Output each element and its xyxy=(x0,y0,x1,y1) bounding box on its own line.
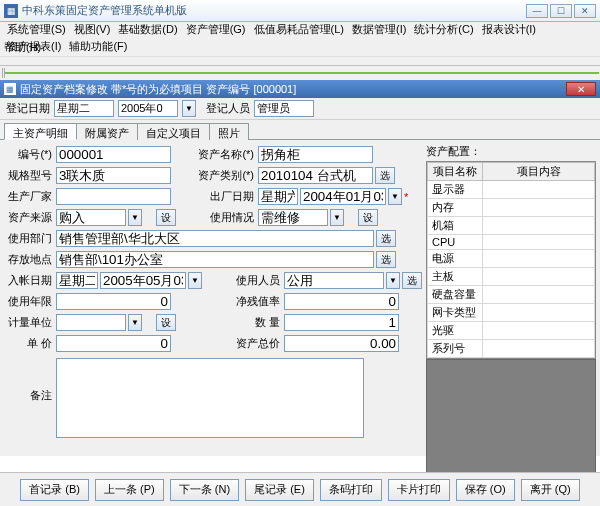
cfg-col1: 项目名称 xyxy=(428,163,483,181)
cfg-col2: 项目内容 xyxy=(483,163,595,181)
loc-sel-button[interactable]: 选 xyxy=(376,251,396,268)
outdate-star: * xyxy=(404,191,408,203)
years-input[interactable] xyxy=(56,293,171,310)
reg-weekday[interactable] xyxy=(54,100,114,117)
cfg-row[interactable]: 机箱 xyxy=(428,217,483,235)
use-input[interactable] xyxy=(258,209,328,226)
save-button[interactable]: 保存 (O) xyxy=(456,479,515,501)
menu-aux[interactable]: 辅助功能(F) xyxy=(66,39,130,54)
out-date[interactable] xyxy=(300,188,386,205)
unit-input[interactable] xyxy=(56,314,126,331)
menu-data[interactable]: 数据管理(I) xyxy=(349,22,409,37)
unit-label: 计量单位 xyxy=(4,315,54,330)
src-label: 资产来源 xyxy=(4,210,54,225)
leave-button[interactable]: 离开 (Q) xyxy=(521,479,580,501)
qty-input[interactable] xyxy=(284,314,399,331)
cfg-row[interactable]: 内存 xyxy=(428,199,483,217)
form-icon: ▦ xyxy=(4,83,16,95)
tab-attach[interactable]: 附属资产 xyxy=(76,123,138,140)
loc-label: 存放地点 xyxy=(4,252,54,267)
use-label: 使用情况 xyxy=(198,210,256,225)
user-input[interactable] xyxy=(284,272,384,289)
app-icon: ▦ xyxy=(4,4,18,18)
cfg-row[interactable]: 系列号 xyxy=(428,340,483,358)
dept-input[interactable] xyxy=(56,230,374,247)
menu-view[interactable]: 视图(V) xyxy=(71,22,114,37)
dept-sel-button[interactable]: 选 xyxy=(376,230,396,247)
cfg-row[interactable]: 光驱 xyxy=(428,322,483,340)
user-sel-button[interactable]: 选 xyxy=(402,272,422,289)
use-set-button[interactable]: 设 xyxy=(358,209,378,226)
window-title: 中科东策固定资产管理系统单机版 xyxy=(22,3,526,18)
form-title: 固定资产档案修改 带*号的为必填项目 资产编号 [000001] xyxy=(20,82,566,97)
total-label: 资产总价 xyxy=(224,336,282,351)
cfg-title: 资产配置： xyxy=(426,144,596,159)
unit-set-button[interactable]: 设 xyxy=(156,314,176,331)
indate-dropdown[interactable]: ▼ xyxy=(188,272,202,289)
reg-date-label: 登记日期 xyxy=(6,101,50,116)
src-input[interactable] xyxy=(56,209,126,226)
tab-photo[interactable]: 照片 xyxy=(209,123,249,140)
menu-help[interactable]: 帮助(H) xyxy=(4,41,41,53)
cfg-row[interactable]: 主板 xyxy=(428,268,483,286)
remark-input[interactable] xyxy=(56,358,364,438)
cfg-row[interactable]: CPU xyxy=(428,235,483,250)
card-button[interactable]: 卡片打印 xyxy=(388,479,450,501)
maximize-button[interactable]: ☐ xyxy=(550,4,572,18)
src-dropdown[interactable]: ▼ xyxy=(128,209,142,226)
total-input[interactable] xyxy=(284,335,399,352)
close-button[interactable]: ✕ xyxy=(574,4,596,18)
cat-label: 资产类别(*) xyxy=(198,168,256,183)
loc-input[interactable] xyxy=(56,251,374,268)
menu-stats[interactable]: 统计分析(C) xyxy=(411,22,476,37)
name-input[interactable] xyxy=(258,146,373,163)
price-input[interactable] xyxy=(56,335,171,352)
user-dropdown[interactable]: ▼ xyxy=(386,272,400,289)
salvage-input[interactable] xyxy=(284,293,399,310)
cat-sel-button[interactable]: 选 xyxy=(375,167,395,184)
menu-system[interactable]: 系统管理(S) xyxy=(4,22,69,37)
code-label: 编号(*) xyxy=(4,147,54,162)
barcode-button[interactable]: 条码打印 xyxy=(320,479,382,501)
menu-lowvalue[interactable]: 低值易耗品管理(L) xyxy=(251,22,347,37)
first-button[interactable]: 首记录 (B) xyxy=(20,479,89,501)
mfr-input[interactable] xyxy=(56,188,171,205)
prev-button[interactable]: 上一条 (P) xyxy=(95,479,164,501)
src-set-button[interactable]: 设 xyxy=(156,209,176,226)
reg-person-input[interactable] xyxy=(254,100,314,117)
cfg-row[interactable]: 显示器 xyxy=(428,181,483,199)
cfg-row[interactable]: 硬盘容量 xyxy=(428,286,483,304)
next-button[interactable]: 下一条 (N) xyxy=(170,479,239,501)
cfg-table[interactable]: 项目名称项目内容 显示器 内存 机箱 CPU 电源 主板 硬盘容量 网卡类型 光… xyxy=(426,161,596,359)
toolbar xyxy=(0,56,600,66)
reg-date-dropdown[interactable]: ▼ xyxy=(182,100,196,117)
cfg-row[interactable]: 网卡类型 xyxy=(428,304,483,322)
code-input[interactable] xyxy=(56,146,171,163)
menu-basedata[interactable]: 基础数据(D) xyxy=(115,22,180,37)
minimize-button[interactable]: — xyxy=(526,4,548,18)
separator xyxy=(0,66,600,80)
form-close-button[interactable]: ✕ xyxy=(566,82,596,96)
tab-main[interactable]: 主资产明细 xyxy=(4,123,77,140)
in-wd[interactable] xyxy=(56,272,98,289)
outdate-dropdown[interactable]: ▼ xyxy=(388,188,402,205)
years-label: 使用年限 xyxy=(4,294,54,309)
main-menu: 系统管理(S) 视图(V) 基础数据(D) 资产管理(G) 低值易耗品管理(L)… xyxy=(0,22,600,40)
last-button[interactable]: 尾记录 (E) xyxy=(245,479,314,501)
tab-custom[interactable]: 自定义项目 xyxy=(137,123,210,140)
menu-asset[interactable]: 资产管理(G) xyxy=(183,22,249,37)
cfg-row[interactable]: 电源 xyxy=(428,250,483,268)
in-date[interactable] xyxy=(100,272,186,289)
qty-label: 数 量 xyxy=(224,315,282,330)
use-dropdown[interactable]: ▼ xyxy=(330,209,344,226)
unit-dropdown[interactable]: ▼ xyxy=(128,314,142,331)
cat-input[interactable] xyxy=(258,167,373,184)
dept-label: 使用部门 xyxy=(4,231,54,246)
reg-person-label: 登记人员 xyxy=(206,101,250,116)
out-wd[interactable] xyxy=(258,188,298,205)
price-label: 单 价 xyxy=(4,336,54,351)
spec-input[interactable] xyxy=(56,167,171,184)
reg-year[interactable] xyxy=(118,100,178,117)
menu-report-design[interactable]: 报表设计(I) xyxy=(479,22,539,37)
outdate-label: 出厂日期 xyxy=(198,189,256,204)
